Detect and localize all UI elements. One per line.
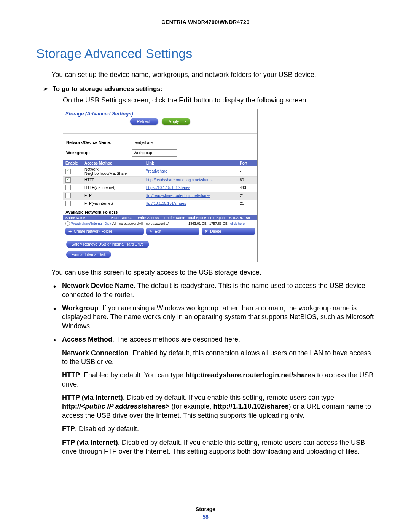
table-row: FTP ftp://readyshare.routerlogin.net/sha… xyxy=(63,192,257,200)
sub-http-internet: HTTP (via Internet). Disabled by default… xyxy=(62,393,375,420)
enable-checkbox[interactable] xyxy=(65,193,71,198)
folders-header: Share Name Read Access Write Access Fold… xyxy=(63,215,257,220)
folder-row: \\readyshare\Internal_Disk All - no pass… xyxy=(63,220,257,227)
sub-ftp-internet: FTP (via Internet). Disabled by default.… xyxy=(62,438,375,456)
arrow-icon: ➢ xyxy=(43,85,48,93)
ss-button-row: Refresh Apply xyxy=(63,118,257,134)
table-row: Network Neighborhood/MacShare \\readysha… xyxy=(63,166,257,176)
footer-section: Storage xyxy=(36,506,375,512)
footer-page-number: 58 xyxy=(36,514,375,520)
ss-title: Storage (Advanced Settings) xyxy=(63,109,257,118)
enable-checkbox[interactable] xyxy=(65,177,71,183)
screenshot-storage-advanced: Storage (Advanced Settings) Refresh Appl… xyxy=(63,109,258,262)
after-screenshot-text: You can use this screen to specify acces… xyxy=(51,268,375,277)
bullet-workgroup: Workgroup. If you are using a Windows wo… xyxy=(51,304,375,331)
enable-checkbox[interactable] xyxy=(65,185,71,190)
delete-folder-button[interactable]: ✖Delete xyxy=(202,228,255,235)
enable-checkbox[interactable] xyxy=(65,201,71,206)
plus-icon: ✚ xyxy=(68,229,72,233)
table-row: HTTP http://readyshare.routerlogin.net/s… xyxy=(63,176,257,184)
link[interactable]: https://10.1.15.151/shares xyxy=(146,185,190,190)
folders-title: Available Network Folders xyxy=(63,208,257,215)
th-enable: Enable xyxy=(63,160,82,166)
procedure-heading: ➢ To go to storage advances settings: xyxy=(43,85,375,93)
page-title: Storage Advanced Settings xyxy=(36,46,375,61)
th-method: Access Method xyxy=(82,160,144,166)
enable-checkbox[interactable] xyxy=(65,169,71,174)
th-link: Link xyxy=(144,160,237,166)
create-folder-button[interactable]: ✚Create Network Folder xyxy=(65,228,144,235)
pencil-icon: ✎ xyxy=(149,229,152,233)
step-text: On the USB Settings screen, click the Ed… xyxy=(63,96,375,105)
link[interactable]: \\readyshare xyxy=(146,169,167,173)
bullet-network-device-name: Network Device Name. The default is read… xyxy=(51,281,375,299)
table-row: FTP(via internet) ftp://10.1.15.151/shar… xyxy=(63,200,257,208)
apply-button[interactable]: Apply xyxy=(162,118,191,125)
close-icon: ✖ xyxy=(205,229,208,233)
safely-remove-button[interactable]: Safely Remove USB or Internal Hard Drive xyxy=(66,241,149,248)
access-method-table: Enable Access Method Link Port Network N… xyxy=(63,160,257,208)
edit-folder-button[interactable]: ✎Edit xyxy=(146,228,199,235)
header-model: CENTRIA WNDR4700/WNDR4720 xyxy=(36,19,375,25)
intro-text: You can set up the device name, workgrou… xyxy=(51,70,375,79)
format-disk-button[interactable]: Format Internal Disk xyxy=(66,251,111,258)
th-port: Port xyxy=(237,160,257,166)
link[interactable]: ftp://readyshare.routerlogin.net/shares xyxy=(146,193,210,198)
folder-radio[interactable] xyxy=(65,221,70,226)
sub-http: HTTP. Enabled by default. You can type h… xyxy=(62,371,375,389)
link[interactable]: http://readyshare.routerlogin.net/shares xyxy=(146,178,213,182)
table-row: HTTP(via internet) https://10.1.15.151/s… xyxy=(63,184,257,192)
sub-network-connection: Network Connection. Enabled by default, … xyxy=(62,349,375,367)
page-footer: Storage 58 xyxy=(36,502,375,520)
device-name-label: Network/Device Name: xyxy=(66,140,132,145)
device-name-input[interactable]: readyshare xyxy=(132,139,177,146)
refresh-button[interactable]: Refresh xyxy=(130,118,159,125)
procedure-heading-text: To go to storage advances settings: xyxy=(53,85,163,93)
bullet-access-method: Access Method. The access methods are de… xyxy=(51,335,375,344)
link[interactable]: ftp://10.1.15.151/shares xyxy=(146,201,186,206)
sub-ftp: FTP. Disabled by default. xyxy=(62,425,375,433)
workgroup-input[interactable]: Workgroup xyxy=(132,149,177,157)
workgroup-label: Workgroup: xyxy=(66,150,132,155)
